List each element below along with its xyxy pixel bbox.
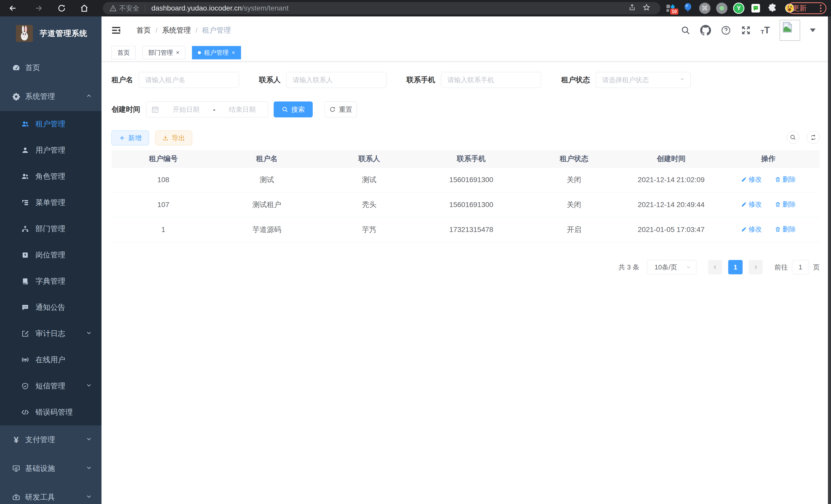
sidebar-item-sms[interactable]: 短信管理 [0, 373, 102, 399]
tab-dept[interactable]: 部门管理 × [142, 46, 185, 59]
header-search-button[interactable] [681, 25, 690, 35]
extension-puzzle-button[interactable] [767, 2, 779, 14]
export-button[interactable]: 导出 [155, 130, 192, 145]
address-bar[interactable]: 不安全 dashboard.yudao.iocoder.cn/system/te… [103, 2, 660, 14]
logo-row[interactable]: 芋道管理系统 [0, 17, 102, 43]
browser-home-button[interactable] [76, 0, 92, 17]
sidebar-item-tenant[interactable]: 租户管理 [0, 111, 102, 137]
user-icon [21, 146, 30, 154]
edit-icon [741, 176, 747, 183]
prev-page-button[interactable] [708, 260, 722, 274]
sidebar-item-pay[interactable]: ¥ 支付管理 [0, 425, 102, 454]
toggle-search-button[interactable] [786, 131, 799, 144]
sidebar-item-audit[interactable]: 审计日志 [0, 321, 102, 347]
start-date-placeholder: 开始日期 [166, 105, 206, 114]
avatar-dropdown-caret[interactable] [810, 29, 815, 32]
sidebar-item-notice[interactable]: 通知公告 [0, 294, 102, 321]
font-size-button[interactable]: TT [761, 26, 770, 35]
extension-chat-button[interactable] [750, 2, 762, 14]
sidebar-collapse-button[interactable] [111, 25, 121, 36]
sidebar-item-role[interactable]: 角色管理 [0, 164, 102, 189]
help-icon [721, 25, 731, 35]
next-page-button[interactable] [749, 260, 763, 274]
end-date-placeholder: 结束日期 [222, 105, 263, 114]
tab-bar: 首页 部门管理 × 租户管理 × [102, 44, 828, 61]
logo-image [16, 25, 33, 42]
sidebar-item-dept[interactable]: 部门管理 [0, 216, 102, 242]
breadcrumb-home[interactable]: 首页 [137, 25, 151, 35]
sidebar-item-home[interactable]: 首页 [0, 53, 102, 82]
page-number-1[interactable]: 1 [728, 260, 743, 274]
github-link-button[interactable] [700, 25, 711, 36]
fullscreen-button[interactable] [741, 25, 751, 35]
share-button[interactable] [625, 4, 639, 13]
add-button[interactable]: 新增 [112, 130, 149, 145]
sidebar-item-errorcode[interactable]: 错误码管理 [0, 399, 102, 425]
chevron-right-icon [753, 264, 759, 270]
reset-button[interactable]: 重置 [324, 101, 357, 117]
help-button[interactable] [721, 25, 731, 35]
bookmark-button[interactable] [639, 4, 654, 13]
edit-link[interactable]: 修改 [741, 200, 762, 209]
sidebar-item-system[interactable]: 系统管理 [0, 82, 102, 111]
edit-link[interactable]: 修改 [741, 175, 762, 184]
errorcode-icon [21, 408, 30, 416]
column-header-actions: 操作 [717, 150, 820, 167]
cell-contact: 芋艿 [319, 217, 420, 242]
tab-close-icon[interactable]: × [232, 49, 235, 56]
search-icon [790, 134, 796, 141]
sidebar-item-user[interactable]: 用户管理 [0, 137, 102, 164]
tab-close-icon[interactable]: × [176, 49, 179, 56]
browser-reload-button[interactable] [53, 0, 70, 17]
sidebar-item-dict[interactable]: 字典管理 [0, 268, 102, 294]
delete-link[interactable]: 删除 [775, 200, 796, 209]
chevron-down-icon [86, 493, 92, 502]
refresh-table-button[interactable] [807, 131, 820, 144]
extension-recorder-button[interactable] [716, 2, 728, 14]
chevron-down-icon [86, 330, 92, 338]
sidebar-item-devtools[interactable]: 研发工具 [0, 483, 102, 504]
edit-link[interactable]: 修改 [741, 225, 762, 234]
breadcrumb-section[interactable]: 系统管理 [162, 25, 191, 35]
table-row: 107 测试租户 秃头 15601691300 关闭 2021-12-14 20… [112, 192, 820, 217]
extension-yudao-button[interactable]: Y [733, 2, 745, 14]
contact-input[interactable] [286, 72, 386, 88]
browser-back-button[interactable] [5, 0, 21, 17]
tenant-name-input[interactable] [139, 72, 239, 88]
status-select[interactable]: 请选择租户状态 [596, 72, 691, 88]
table-toolbar: 新增 导出 [112, 130, 192, 145]
tab-home[interactable]: 首页 [112, 46, 136, 59]
sidebar-item-label: 通知公告 [35, 302, 65, 313]
delete-link[interactable]: 删除 [775, 175, 796, 184]
extension-tampermonkey-button[interactable]: 10 [665, 2, 677, 14]
download-icon [163, 135, 169, 141]
browser-forward-button[interactable] [30, 0, 47, 17]
sidebar-menu: 首页 系统管理 租户管理 用户管理 角色管理 菜单管理 部门管理 [0, 53, 102, 504]
mobile-input[interactable] [441, 72, 541, 88]
browser-menu-icon[interactable] [820, 5, 822, 12]
sidebar-item-menu[interactable]: 菜单管理 [0, 189, 102, 216]
goto-page-input[interactable] [792, 260, 809, 274]
extension-balloon-button[interactable] [682, 2, 694, 14]
app-title: 芋道管理系统 [39, 28, 87, 39]
browser-update-button[interactable]: 更新 [787, 2, 826, 14]
share-icon [629, 4, 636, 11]
sidebar-item-online[interactable]: 在线用户 [0, 347, 102, 373]
cell-created: 2021-12-14 20:49:44 [625, 192, 717, 217]
contact-label: 联系人 [259, 75, 281, 85]
search-button[interactable]: 搜索 [274, 101, 313, 117]
avatar[interactable] [780, 20, 800, 41]
sidebar-item-post[interactable]: 岗位管理 [0, 242, 102, 268]
extension-command-button[interactable]: ⌘ [699, 2, 711, 14]
page-size-select[interactable]: 10条/页 [647, 260, 696, 274]
chevron-up-icon [86, 92, 92, 101]
cell-mobile: 15601691300 [420, 167, 523, 192]
delete-link[interactable]: 删除 [775, 225, 796, 234]
tab-tenant[interactable]: 租户管理 × [192, 46, 241, 59]
cell-created: 2021-12-14 21:02:09 [625, 167, 717, 192]
create-time-range-picker[interactable]: 开始日期 - 结束日期 [146, 101, 268, 117]
dict-icon [21, 277, 30, 285]
topbar-icons: TT [681, 17, 815, 44]
sidebar-item-infra[interactable]: 基础设施 [0, 454, 102, 483]
page-scrollbar-strip[interactable] [828, 17, 831, 504]
